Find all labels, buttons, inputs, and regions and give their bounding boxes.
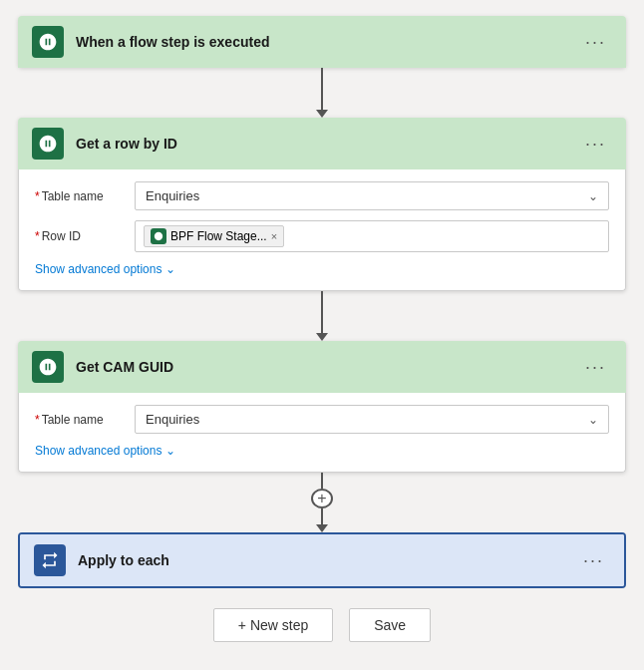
connector-line-2 (321, 291, 323, 333)
table-name-label-1: *Table name (35, 189, 135, 203)
apply-to-each-header: Apply to each ··· (20, 534, 624, 586)
show-advanced-chevron-2: ⌄ (165, 444, 175, 458)
tag-close[interactable]: × (271, 230, 277, 242)
get-cam-title: Get CAM GUID (76, 359, 579, 375)
required-star-3: * (35, 413, 40, 427)
required-star-2: * (35, 229, 40, 243)
show-advanced-chevron-1: ⌄ (165, 262, 175, 276)
bpf-tag: BPF Flow Stage... × (144, 225, 284, 247)
tag-text: BPF Flow Stage... (170, 229, 267, 243)
save-button[interactable]: Save (349, 608, 431, 642)
get-row-menu[interactable]: ··· (579, 132, 612, 157)
select-arrow-1: ⌄ (588, 189, 598, 203)
get-row-header: Get a row by ID ··· (18, 118, 626, 169)
table-name-value-2: Enquiries (146, 412, 199, 427)
show-advanced-2[interactable]: Show advanced options ⌄ (35, 444, 609, 458)
show-advanced-label-1: Show advanced options (35, 262, 161, 276)
connector-1 (316, 68, 328, 118)
trigger-card: When a flow step is executed ··· (18, 16, 626, 68)
add-step-circle[interactable]: + (311, 489, 333, 508)
table-name-label-2: *Table name (35, 413, 135, 427)
get-row-body: *Table name Enquiries ⌄ *Row ID (18, 169, 626, 291)
table-name-select-2[interactable]: Enquiries ⌄ (135, 405, 609, 434)
connector-2 (316, 291, 328, 341)
get-cam-menu[interactable]: ··· (579, 355, 612, 380)
table-name-row-2: *Table name Enquiries ⌄ (35, 405, 609, 434)
apply-icon (34, 544, 66, 576)
connector-arrow-plus (316, 524, 328, 532)
get-row-title: Get a row by ID (76, 136, 579, 152)
connector-plus-top (321, 473, 323, 489)
flow-container: When a flow step is executed ··· Get a r… (18, 16, 626, 642)
connector-plus-bottom (321, 508, 323, 524)
new-step-button[interactable]: + New step (213, 608, 333, 642)
trigger-title: When a flow step is executed (76, 34, 579, 50)
apply-title: Apply to each (78, 552, 577, 568)
trigger-icon (32, 26, 64, 58)
trigger-card-header: When a flow step is executed ··· (18, 16, 626, 68)
apply-to-each-card: Apply to each ··· (18, 532, 626, 588)
get-cam-header: Get CAM GUID ··· (18, 341, 626, 393)
table-name-select-1[interactable]: Enquiries ⌄ (135, 181, 609, 210)
bottom-buttons: + New step Save (213, 608, 431, 642)
tag-icon (151, 228, 166, 244)
get-row-card: Get a row by ID ··· *Table name Enquirie… (18, 118, 626, 291)
show-advanced-1[interactable]: Show advanced options ⌄ (35, 262, 609, 276)
row-id-row: *Row ID BPF Flow Stage... × (35, 220, 609, 252)
show-advanced-label-2: Show advanced options (35, 444, 161, 458)
connector-plus: + (311, 473, 333, 532)
table-name-value-1: Enquiries (146, 188, 199, 203)
apply-menu[interactable]: ··· (577, 548, 610, 573)
get-cam-icon (32, 351, 64, 383)
get-cam-body: *Table name Enquiries ⌄ Show advanced op… (18, 393, 626, 473)
row-id-label: *Row ID (35, 229, 135, 243)
table-name-row-1: *Table name Enquiries ⌄ (35, 181, 609, 210)
required-star-1: * (35, 189, 40, 203)
connector-line-1 (321, 68, 323, 110)
connector-arrow-2 (316, 333, 328, 341)
get-cam-card: Get CAM GUID ··· *Table name Enquiries ⌄… (18, 341, 626, 473)
trigger-menu[interactable]: ··· (579, 30, 612, 55)
select-arrow-2: ⌄ (588, 413, 598, 427)
row-id-input[interactable]: BPF Flow Stage... × (135, 220, 609, 252)
get-row-icon (32, 128, 64, 160)
connector-arrow-1 (316, 110, 328, 118)
